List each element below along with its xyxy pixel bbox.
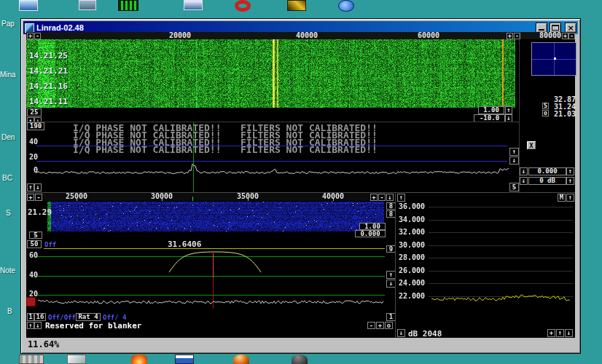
wide-gain-up-button[interactable]: ↑ xyxy=(505,106,512,114)
desktop-icon-9[interactable] xyxy=(67,355,86,364)
wide-ruler-tick-label: 40000 xyxy=(296,32,318,39)
wide-ruler-tick-label: 20000 xyxy=(169,32,191,39)
zoom-gain-value[interactable]: 1.00 xyxy=(359,223,386,230)
o-indicator[interactable]: o xyxy=(542,110,549,116)
baseband-scale-label: 60 xyxy=(29,252,38,259)
desktop-icon-7[interactable] xyxy=(338,0,354,12)
smeter-up-button-2[interactable]: ↑ xyxy=(566,194,574,202)
wide-zoom-in-button-2[interactable]: + xyxy=(507,33,513,39)
desktop-icon-12[interactable] xyxy=(233,355,249,364)
desktop-icon-label[interactable]: S xyxy=(6,209,11,217)
wide-zoom-in-button[interactable]: + xyxy=(27,33,34,39)
minimize-icon xyxy=(539,29,544,31)
desktop-icon-3[interactable] xyxy=(118,0,138,11)
hires-up-button[interactable]: ↑ xyxy=(509,148,519,156)
ruler-tick-mark xyxy=(180,39,181,41)
gain-value[interactable]: 0 dB xyxy=(528,177,566,185)
blanker-minus-button[interactable]: - xyxy=(367,322,375,329)
desktop-icon-11[interactable] xyxy=(175,355,194,364)
blanker-ctrl-1[interactable]: 1 xyxy=(27,313,34,321)
smeter-down-button-2[interactable]: ↓ xyxy=(565,329,573,337)
wide-zoom-out-button[interactable]: - xyxy=(34,33,41,39)
desktop-icon-2[interactable] xyxy=(79,0,96,10)
gain-up-button[interactable]: ↑ xyxy=(566,177,574,185)
close-button[interactable] xyxy=(565,23,576,33)
zoom-zoom-in-button[interactable]: + xyxy=(27,194,34,201)
blanker-up-button[interactable]: ↑ xyxy=(27,322,34,329)
zoom-avg-value[interactable]: 5 xyxy=(29,232,42,239)
desktop-icon-1[interactable] xyxy=(19,0,38,11)
close-icon xyxy=(566,23,576,32)
desktop-icon-13[interactable] xyxy=(292,355,308,364)
frequency-shift-value[interactable]: 0.000 xyxy=(528,167,566,175)
desktop-icon-label[interactable]: BC xyxy=(2,174,12,182)
s-indicator[interactable]: S xyxy=(542,103,549,109)
shift-down-button[interactable]: ↓ xyxy=(520,167,528,175)
desktop-icon-8[interactable] xyxy=(19,355,44,364)
smeter-scale-label: 22.000 xyxy=(399,293,425,300)
blanker-down-button[interactable]: ↓ xyxy=(34,322,42,329)
blanker-ctrl-16[interactable]: 16 xyxy=(34,313,46,321)
desktop-icon-label[interactable]: B xyxy=(7,307,12,315)
blanker-rat-value[interactable]: Rat 4 xyxy=(76,313,101,321)
smeter-scale-label: 30.000 xyxy=(399,242,425,249)
desktop-icon-label[interactable]: Note xyxy=(0,266,15,274)
zoom-down-right-button[interactable]: ↓ xyxy=(386,194,394,201)
wide-shift-plus-button[interactable]: + xyxy=(562,33,568,39)
desktop-icon-6[interactable] xyxy=(287,0,306,11)
desktop-icon-10[interactable] xyxy=(131,355,147,364)
baseband-scale-label: 40 xyxy=(29,272,38,279)
ruler-tick-mark xyxy=(307,39,308,41)
waterfall-timestamp: 14.21.16 xyxy=(29,82,68,90)
desktop: Pap Mina Den BC S Note B Linrad-02.48 + … xyxy=(0,0,602,364)
zoom-floor-value[interactable]: 0.000 xyxy=(355,230,386,237)
smeter-down-button[interactable]: ↓ xyxy=(397,329,405,337)
blanker-mode-b[interactable]: Off/ 4 xyxy=(103,314,127,321)
desktop-icon-label[interactable]: Mina xyxy=(0,71,16,79)
gain-down-button[interactable]: ↓ xyxy=(520,177,528,185)
red-level-box[interactable] xyxy=(26,297,36,306)
wide-gain-value[interactable]: 1.00 xyxy=(478,106,504,114)
blanker-plus-button[interactable]: + xyxy=(376,322,384,329)
blanker-mode-a[interactable]: Off/Off xyxy=(48,314,76,321)
zoom-plus-right-button[interactable]: + xyxy=(370,194,378,201)
smeter-up-button[interactable]: ↑ xyxy=(397,194,405,202)
hires-left-up-button[interactable]: ↑ xyxy=(27,183,34,191)
spur-value-3: 21.03 xyxy=(550,111,576,118)
wide-ruler-tick-label: 80000 xyxy=(539,32,561,39)
smeter-up-button-3[interactable]: ↑ xyxy=(556,329,564,337)
hires-left-down-button[interactable]: ↓ xyxy=(34,183,42,191)
wide-shift-minus-button[interactable]: - xyxy=(568,33,575,39)
smeter-plus-button[interactable]: + xyxy=(547,329,555,337)
desktop-icon-label[interactable]: Pap xyxy=(1,20,15,28)
spur-display[interactable] xyxy=(531,42,576,76)
hires-avg-value[interactable]: 190 xyxy=(27,122,44,130)
zoom-zoom-out-button[interactable]: - xyxy=(35,194,42,201)
hires-down-button[interactable]: ↓ xyxy=(509,157,519,165)
smeter-db-label: dB 2048 xyxy=(408,330,442,338)
spur-close-button[interactable]: X xyxy=(526,141,536,150)
smeter-graph-canvas[interactable] xyxy=(429,202,573,328)
hires-scale-label: 20 xyxy=(29,154,38,161)
smeter-scale-label: 26.000 xyxy=(399,267,425,274)
smeter-mode-button[interactable]: M xyxy=(558,194,566,202)
ruler-tick-mark xyxy=(333,199,334,201)
baseband-spectrum-canvas[interactable] xyxy=(26,246,386,313)
wide-ruler-tick-label: 60000 xyxy=(418,32,439,39)
wide-waterfall-canvas[interactable] xyxy=(26,39,515,108)
ruler-tick-mark xyxy=(248,199,249,201)
desktop-icon-4[interactable] xyxy=(184,0,203,10)
zoom-minus-right-button[interactable]: - xyxy=(378,194,386,201)
waterfall-timestamp: 14.21.11 xyxy=(29,98,68,106)
zoom-center-marker xyxy=(192,197,193,201)
shift-up-button[interactable]: ↑ xyxy=(566,167,574,175)
zoom-waterfall-canvas[interactable] xyxy=(47,202,384,232)
panel-divider xyxy=(395,193,396,338)
blanker-circle-button[interactable]: o xyxy=(385,322,393,329)
zoom-timestamp: 21.29 xyxy=(28,208,52,216)
hires-rate-value[interactable]: 5 xyxy=(509,183,519,191)
desktop-icon-label[interactable]: Den xyxy=(1,133,15,141)
smeter-scale-label: 32.000 xyxy=(399,229,425,236)
wide-avg-value[interactable]: 25 xyxy=(27,108,42,116)
desktop-icon-5[interactable] xyxy=(235,0,251,12)
